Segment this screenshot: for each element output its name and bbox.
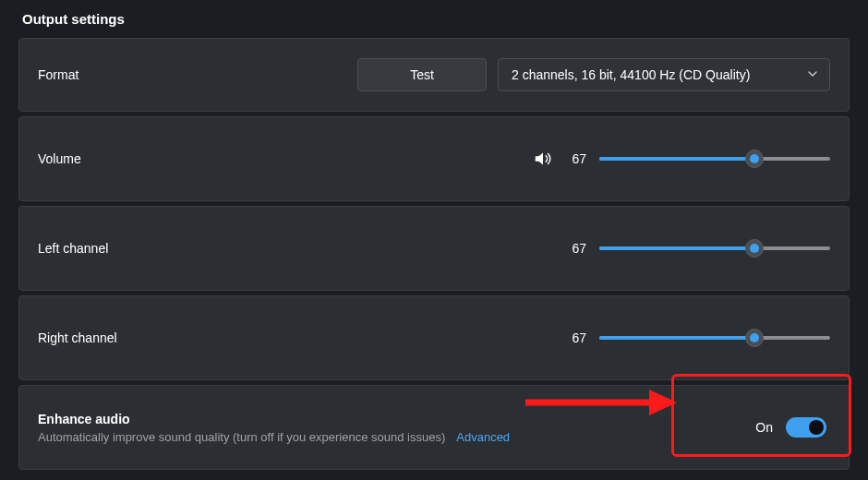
- enhance-audio-subtitle: Automatically improve sound quality (tur…: [38, 430, 445, 444]
- chevron-down-icon: [807, 67, 818, 82]
- volume-icon: [533, 149, 553, 169]
- right-channel-card: Right channel 67: [18, 295, 850, 380]
- format-dropdown[interactable]: 2 channels, 16 bit, 44100 Hz (CD Quality…: [498, 58, 830, 91]
- left-channel-value: 67: [566, 241, 586, 256]
- format-card: Format Test 2 channels, 16 bit, 44100 Hz…: [18, 38, 850, 112]
- enhance-toggle[interactable]: [786, 417, 826, 438]
- advanced-link[interactable]: Advanced: [456, 430, 510, 444]
- right-channel-label: Right channel: [38, 330, 117, 345]
- left-channel-slider[interactable]: [599, 239, 830, 258]
- right-channel-value: 67: [566, 330, 586, 345]
- volume-slider[interactable]: [599, 150, 830, 168]
- right-channel-slider[interactable]: [599, 329, 830, 347]
- test-button-label: Test: [410, 67, 434, 82]
- left-channel-label: Left channel: [38, 241, 108, 256]
- volume-label: Volume: [38, 151, 81, 166]
- format-dropdown-value: 2 channels, 16 bit, 44100 Hz (CD Quality…: [512, 67, 750, 82]
- left-channel-card: Left channel 67: [18, 206, 850, 291]
- enhance-audio-title: Enhance audio: [38, 412, 510, 426]
- format-label: Format: [38, 67, 78, 82]
- volume-card: Volume 67: [18, 116, 850, 201]
- enhance-toggle-state: On: [755, 420, 773, 435]
- test-button[interactable]: Test: [357, 58, 487, 91]
- enhance-audio-card: Enhance audio Automatically improve soun…: [18, 385, 850, 470]
- volume-value: 67: [566, 151, 586, 166]
- section-title: Output settings: [22, 11, 850, 27]
- svg-marker-0: [536, 153, 543, 165]
